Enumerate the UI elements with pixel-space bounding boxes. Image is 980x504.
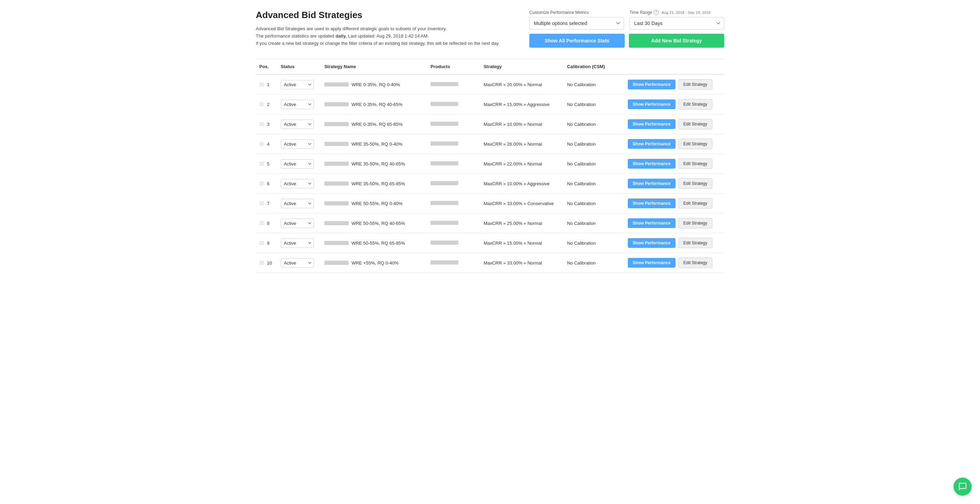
edit-strategy-button-9[interactable]: Edit Strategy (678, 258, 713, 268)
show-performance-button-4[interactable]: Show Performance (628, 159, 676, 169)
cell-name-8: WRE 50-55%, RQ 65-85% (321, 233, 427, 253)
status-select-2[interactable]: Active (281, 120, 314, 129)
redacted-product-1 (431, 102, 458, 106)
desc-daily: daily. (336, 33, 347, 39)
pos-number-2: 3 (267, 122, 269, 127)
cell-calibration-1: No Calibration (563, 95, 624, 114)
edit-strategy-button-0[interactable]: Edit Strategy (678, 79, 713, 90)
redacted-product-4 (431, 161, 458, 165)
drag-handle-3[interactable] (259, 142, 264, 146)
cell-strategy-2: MaxCRR » 10.00% » Normal (480, 114, 564, 134)
cell-strategy-0: MaxCRR » 20.00% » Normal (480, 74, 564, 95)
drag-handle-1[interactable] (259, 103, 264, 106)
status-select-5[interactable]: Active (281, 179, 314, 189)
status-select-7[interactable]: Active (281, 219, 314, 228)
cell-calibration-9: No Calibration (563, 253, 624, 273)
time-range-dropdown[interactable]: Last 30 Days (630, 17, 724, 30)
redacted-name-7 (325, 221, 349, 225)
status-select-1[interactable]: Active (281, 100, 314, 109)
cell-calibration-4: No Calibration (563, 154, 624, 174)
edit-strategy-button-4[interactable]: Edit Strategy (678, 158, 713, 169)
cell-name-7: WRE 50-55%, RQ 40-65% (321, 213, 427, 233)
cell-calibration-8: No Calibration (563, 233, 624, 253)
show-all-performance-button[interactable]: Show All Performance Stats (529, 34, 625, 48)
customize-group: Customize Performance Metrics Multiple o… (529, 10, 624, 30)
cell-status-5: Active (277, 174, 321, 193)
name-suffix-4: WRE 35-50%, RQ 40-65% (352, 161, 405, 166)
edit-strategy-button-1[interactable]: Edit Strategy (678, 99, 713, 109)
status-select-3[interactable]: Active (281, 139, 314, 149)
show-performance-button-8[interactable]: Show Performance (628, 238, 676, 248)
cell-strategy-3: MaxCRR » 26.00% » Normal (480, 134, 564, 154)
redacted-product-3 (431, 141, 458, 146)
drag-handle-9[interactable] (259, 261, 264, 265)
header-actions-row: Show All Performance Stats Add New Bid S… (529, 34, 724, 48)
show-performance-button-6[interactable]: Show Performance (628, 198, 676, 208)
redacted-name-1 (325, 102, 349, 106)
drag-handle-4[interactable] (259, 162, 264, 165)
drag-handle-2[interactable] (259, 122, 264, 126)
drag-handle-0[interactable] (259, 83, 264, 86)
cell-calibration-0: No Calibration (563, 74, 624, 95)
customize-dropdown[interactable]: Multiple options selected (529, 17, 624, 30)
edit-strategy-button-2[interactable]: Edit Strategy (678, 119, 713, 129)
cell-status-7: Active (277, 213, 321, 233)
pos-number-8: 9 (267, 241, 269, 246)
cell-products-7 (427, 213, 480, 233)
redacted-name-8 (325, 241, 349, 245)
drag-handle-6[interactable] (259, 201, 264, 205)
show-performance-button-0[interactable]: Show Performance (628, 79, 676, 89)
desc-line1: Advanced Bid Strategies are used to appl… (256, 26, 447, 31)
add-new-bid-strategy-button[interactable]: Add New Bid Strategy (629, 34, 724, 48)
status-select-0[interactable]: Active (281, 80, 314, 89)
cell-status-2: Active (277, 114, 321, 134)
edit-strategy-button-6[interactable]: Edit Strategy (678, 198, 713, 209)
name-suffix-0: WRE 0-35%, RQ 0-40% (352, 82, 400, 87)
name-suffix-3: WRE 35-50%, RQ 0-40% (352, 141, 402, 147)
status-select-6[interactable]: Active (281, 199, 314, 208)
name-suffix-5: WRE 35-50%, RQ 65-85% (352, 181, 405, 186)
cell-status-1: Active (277, 95, 321, 114)
drag-handle-8[interactable] (259, 241, 264, 245)
cell-status-6: Active (277, 193, 321, 213)
cell-actions-7: Show Performance Edit Strategy (624, 213, 724, 233)
show-performance-button-5[interactable]: Show Performance (628, 179, 676, 189)
cell-calibration-2: No Calibration (563, 114, 624, 134)
table-row: 4 Active WRE 35-50%, RQ 0-40% MaxCRR » 2… (256, 134, 724, 154)
edit-strategy-button-8[interactable]: Edit Strategy (678, 238, 713, 248)
show-performance-button-7[interactable]: Show Performance (628, 218, 676, 228)
edit-strategy-button-3[interactable]: Edit Strategy (678, 139, 713, 149)
pos-number-4: 5 (267, 161, 269, 166)
redacted-product-0 (431, 82, 458, 86)
drag-handle-7[interactable] (259, 222, 264, 225)
pos-number-9: 10 (267, 260, 272, 266)
cell-status-9: Active (277, 253, 321, 273)
cell-products-5 (427, 174, 480, 193)
edit-strategy-button-5[interactable]: Edit Strategy (678, 178, 713, 189)
show-performance-button-3[interactable]: Show Performance (628, 139, 676, 149)
cell-calibration-5: No Calibration (563, 174, 624, 193)
cell-calibration-7: No Calibration (563, 213, 624, 233)
edit-strategy-button-7[interactable]: Edit Strategy (678, 218, 713, 228)
cell-name-2: WRE 0-35%, RQ 65-85% (321, 114, 427, 134)
status-select-9[interactable]: Active (281, 258, 314, 268)
status-select-4[interactable]: Active (281, 159, 314, 169)
show-performance-button-9[interactable]: Show Performance (628, 258, 676, 268)
show-performance-button-2[interactable]: Show Performance (628, 119, 676, 129)
status-select-8[interactable]: Active (281, 238, 314, 248)
cell-pos-5: 6 (256, 174, 277, 193)
name-suffix-7: WRE 50-55%, RQ 40-65% (352, 221, 405, 226)
pos-number-1: 2 (267, 102, 269, 107)
cell-actions-1: Show Performance Edit Strategy (624, 95, 724, 114)
redacted-name-3 (325, 142, 349, 146)
page-title: Advanced Bid Strategies (256, 10, 500, 21)
pos-number-7: 8 (267, 221, 269, 226)
time-range-help-icon[interactable]: ? (654, 10, 659, 15)
drag-handle-5[interactable] (259, 182, 264, 185)
strategies-table: Pos. Status Strategy Name Products Strat… (256, 59, 724, 273)
redacted-product-9 (431, 260, 458, 265)
cell-status-3: Active (277, 134, 321, 154)
show-performance-button-1[interactable]: Show Performance (628, 100, 676, 109)
redacted-product-2 (431, 122, 458, 126)
cell-pos-2: 3 (256, 114, 277, 134)
